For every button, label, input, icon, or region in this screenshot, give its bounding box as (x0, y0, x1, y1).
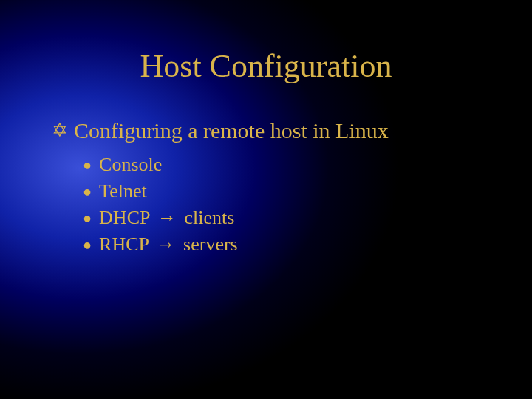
slide-title: Host Configuration (0, 47, 532, 85)
star-icon: ✡ (52, 118, 68, 143)
list-item: ● Console (83, 154, 502, 176)
bullet-level2-list: ● Console ● Telnet ● DHCP (83, 154, 502, 256)
arrow-icon: → (154, 233, 179, 256)
dot-icon: ● (83, 207, 92, 229)
list-item: ● DHCP → clients (83, 207, 502, 229)
slide-body: ✡ Configuring a remote host in Linux ● C… (52, 118, 502, 260)
list-item-label: Console (99, 154, 162, 175)
slide: Host Configuration ✡ Configuring a remot… (0, 0, 532, 399)
dot-icon: ● (83, 180, 92, 202)
list-item: ● Telnet (83, 180, 502, 202)
list-item-target: clients (184, 207, 234, 228)
bullet-level1-text: Configuring a remote host in Linux (74, 118, 389, 143)
list-item-text: Console (99, 154, 173, 176)
arrow-icon: → (154, 207, 180, 229)
list-item: ● RHCP → servers (83, 233, 502, 256)
bullet-level1: ✡ Configuring a remote host in Linux (52, 118, 502, 143)
list-item-text: RHCP → servers (99, 233, 238, 256)
list-item-text: Telnet (99, 180, 157, 202)
list-item-label: Telnet (99, 180, 147, 202)
list-item-target: servers (183, 233, 238, 255)
dot-icon: ● (83, 233, 92, 256)
list-item-text: DHCP → clients (99, 207, 234, 229)
list-item-label: RHCP (99, 233, 149, 255)
dot-icon: ● (83, 154, 92, 176)
list-item-label: DHCP (99, 207, 149, 228)
